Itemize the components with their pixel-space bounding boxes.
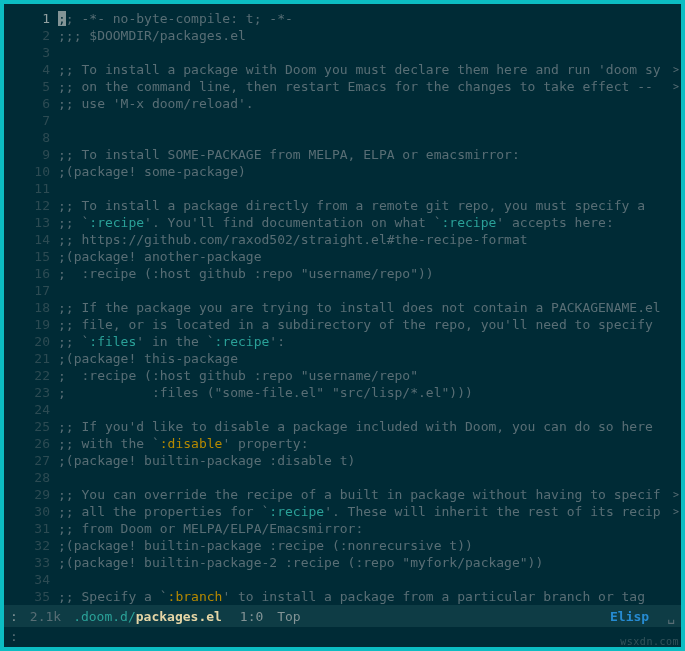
code-line[interactable]: ;; file, or is located in a subdirectory… [58, 316, 681, 333]
code-editor[interactable]: 1234567891011121314151617181920212223242… [4, 4, 681, 605]
code-line[interactable] [58, 571, 681, 588]
code-line[interactable] [58, 129, 681, 146]
line-number: 8 [4, 129, 50, 146]
code-line[interactable]: ;(package! builtin-package :recipe (:non… [58, 537, 681, 554]
line-number-gutter: 1234567891011121314151617181920212223242… [4, 4, 58, 605]
line-number: 21 [4, 350, 50, 367]
line-number: 22 [4, 367, 50, 384]
line-number: 26 [4, 435, 50, 452]
echo-area: : [4, 627, 681, 647]
line-number: 14 [4, 231, 50, 248]
code-line[interactable]: ;;; $DOOMDIR/packages.el [58, 27, 681, 44]
code-area[interactable]: ;; -*- no-byte-compile: t; -*-;;; $DOOMD… [58, 4, 681, 605]
code-line[interactable]: ;; To install a package directly from a … [58, 197, 681, 214]
line-number: 9 [4, 146, 50, 163]
line-number: 30 [4, 503, 50, 520]
line-number: 2 [4, 27, 50, 44]
line-number: 16 [4, 265, 50, 282]
line-number: 34 [4, 571, 50, 588]
modeline-prefix: : [10, 609, 18, 624]
code-line[interactable]: ;; To install SOME-PACKAGE from MELPA, E… [58, 146, 681, 163]
code-line[interactable] [58, 180, 681, 197]
line-number: 10 [4, 163, 50, 180]
line-number: 15 [4, 248, 50, 265]
line-number: 12 [4, 197, 50, 214]
line-number: 7 [4, 112, 50, 129]
line-number: 11 [4, 180, 50, 197]
major-mode: Elisp [610, 609, 649, 624]
line-number: 35 [4, 588, 50, 605]
truncate-icon: > [673, 486, 679, 503]
code-line[interactable]: ;; If the package you are trying to inst… [58, 299, 681, 316]
line-number: 5 [4, 78, 50, 95]
code-line[interactable]: ;; Specify a `:branch' to install a pack… [58, 588, 681, 605]
line-number: 23 [4, 384, 50, 401]
code-line[interactable]: ;(package! another-package [58, 248, 681, 265]
code-line[interactable]: ;(package! builtin-package-2 :recipe (:r… [58, 554, 681, 571]
code-line[interactable]: ;(package! some-package) [58, 163, 681, 180]
line-number: 13 [4, 214, 50, 231]
line-number: 17 [4, 282, 50, 299]
truncate-icon: > [673, 503, 679, 520]
code-line[interactable]: ;; on the command line, then restart Ema… [58, 78, 681, 95]
code-line[interactable]: ;; You can override the recipe of a buil… [58, 486, 681, 503]
code-line[interactable]: ;; `:recipe'. You'll find documentation … [58, 214, 681, 231]
code-line[interactable]: ;; https://github.com/raxod502/straight.… [58, 231, 681, 248]
code-line[interactable] [58, 112, 681, 129]
line-number: 27 [4, 452, 50, 469]
code-line[interactable] [58, 469, 681, 486]
truncate-icon: > [673, 78, 679, 95]
line-number: 4 [4, 61, 50, 78]
buffer-size: 2.1k [30, 609, 61, 624]
watermark: wsxdn.com [620, 636, 679, 647]
code-line[interactable]: ;; from Doom or MELPA/ELPA/Emacsmirror: [58, 520, 681, 537]
line-number: 32 [4, 537, 50, 554]
encoding-indicator: ␣ [667, 609, 675, 624]
line-number: 20 [4, 333, 50, 350]
line-number: 18 [4, 299, 50, 316]
editor-frame: 1234567891011121314151617181920212223242… [0, 0, 685, 651]
line-number: 25 [4, 418, 50, 435]
line-number: 31 [4, 520, 50, 537]
code-line[interactable]: ;; If you'd like to disable a package in… [58, 418, 681, 435]
buffer-path: .doom.d/packages.el [73, 609, 222, 624]
line-number: 3 [4, 44, 50, 61]
line-number: 33 [4, 554, 50, 571]
code-line[interactable]: ;; -*- no-byte-compile: t; -*- [58, 10, 681, 27]
cursor-position: 1:0 Top [240, 609, 301, 624]
truncate-icon: > [673, 61, 679, 78]
code-line[interactable]: ;; `:files' in the `:recipe': [58, 333, 681, 350]
code-line[interactable]: ; :recipe (:host github :repo "username/… [58, 265, 681, 282]
code-line[interactable]: ;; with the `:disable' property: [58, 435, 681, 452]
code-line[interactable] [58, 401, 681, 418]
code-line[interactable]: ; :recipe (:host github :repo "username/… [58, 367, 681, 384]
line-number: 6 [4, 95, 50, 112]
code-line[interactable] [58, 282, 681, 299]
line-number: 28 [4, 469, 50, 486]
code-line[interactable] [58, 44, 681, 61]
code-line[interactable]: ;; all the properties for `:recipe'. The… [58, 503, 681, 520]
line-number: 1 [4, 10, 50, 27]
code-line[interactable]: ;; To install a package with Doom you mu… [58, 61, 681, 78]
line-number: 29 [4, 486, 50, 503]
code-line[interactable]: ;; use 'M-x doom/reload'. [58, 95, 681, 112]
code-line[interactable]: ; :files ("some-file.el" "src/lisp/*.el"… [58, 384, 681, 401]
line-number: 24 [4, 401, 50, 418]
modeline: : 2.1k .doom.d/packages.el 1:0 Top Elisp… [4, 605, 681, 627]
code-line[interactable]: ;(package! this-package [58, 350, 681, 367]
code-line[interactable]: ;(package! builtin-package :disable t) [58, 452, 681, 469]
line-number: 19 [4, 316, 50, 333]
